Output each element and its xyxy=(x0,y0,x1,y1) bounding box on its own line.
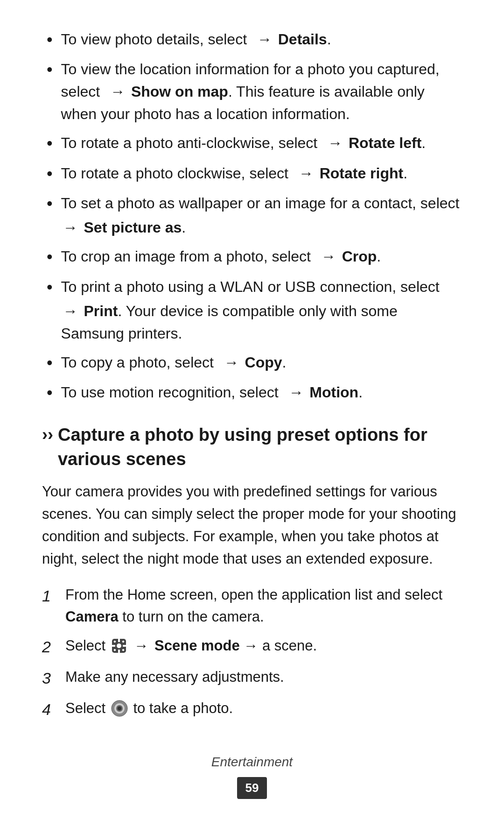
bullet-text: To use motion recognition, select → Moti… xyxy=(61,381,462,403)
bullet-text: To copy a photo, select → Copy. xyxy=(61,351,462,374)
bullet-text: To view photo details, select → Details. xyxy=(61,28,462,50)
list-item: • To crop an image from a photo, select … xyxy=(42,245,462,269)
step-1: 1 From the Home screen, open the applica… xyxy=(42,584,462,628)
list-item: • To use motion recognition, select → Mo… xyxy=(42,381,462,404)
bullet-dot: • xyxy=(47,162,53,185)
svg-rect-3 xyxy=(118,650,120,653)
numbered-steps: 1 From the Home screen, open the applica… xyxy=(42,584,462,721)
list-item: • To print a photo using a WLAN or USB c… xyxy=(42,276,462,345)
step-text: From the Home screen, open the applicati… xyxy=(65,584,462,628)
indent-arrow-print: → Print. Your device is compatible only … xyxy=(61,300,462,345)
bullet-dot: • xyxy=(47,351,53,375)
svg-rect-5 xyxy=(123,645,126,647)
shutter-icon xyxy=(111,700,128,717)
step-3: 3 Make any necessary adjustments. xyxy=(42,666,462,690)
arrow: → xyxy=(257,31,272,48)
step-2: 2 Select → Scene mode → a scene. xyxy=(42,635,462,659)
section-heading: ›› Capture a photo by using preset optio… xyxy=(42,423,462,471)
bullet-dot: • xyxy=(47,245,53,269)
arrow: → xyxy=(110,83,125,100)
bullet-text: To set a photo as wallpaper or an image … xyxy=(61,192,462,239)
rotate-right-label: Rotate right xyxy=(320,165,404,182)
step-number: 2 xyxy=(42,635,56,659)
svg-point-13 xyxy=(118,707,121,710)
camera-label: Camera xyxy=(65,608,119,625)
list-item: • To set a photo as wallpaper or an imag… xyxy=(42,192,462,239)
arrow: → xyxy=(63,219,78,236)
arrow: → xyxy=(224,354,239,371)
bullet-text: To print a photo using a WLAN or USB con… xyxy=(61,276,462,345)
arrow: → xyxy=(328,134,343,151)
step-text: Make any necessary adjustments. xyxy=(65,666,462,688)
section-title: Capture a photo by using preset options … xyxy=(58,423,462,471)
bullet-list: • To view photo details, select → Detail… xyxy=(42,28,462,404)
arrow: → xyxy=(299,165,314,182)
step-number: 4 xyxy=(42,698,56,721)
bullet-text: To rotate a photo anti-clockwise, select… xyxy=(61,132,462,154)
bullet-dot: • xyxy=(47,28,53,51)
footer-category: Entertainment xyxy=(0,752,504,772)
arrow: → xyxy=(321,248,336,265)
crop-label: Crop xyxy=(342,248,377,265)
list-item: • To view photo details, select → Detail… xyxy=(42,28,462,51)
motion-label: Motion xyxy=(309,384,358,401)
indent-arrow-set-picture: → Set picture as. xyxy=(61,216,462,239)
bullet-dot: • xyxy=(47,58,53,81)
step-number: 1 xyxy=(42,584,56,608)
svg-rect-4 xyxy=(112,645,115,647)
bullet-dot: • xyxy=(47,276,53,299)
step-text: Select → Scene mode → a scene. xyxy=(65,635,462,657)
svg-rect-2 xyxy=(118,639,120,642)
bullet-text: To crop an image from a photo, select → … xyxy=(61,245,462,268)
section-chevron: ›› xyxy=(42,423,53,446)
list-item: • To rotate a photo anti-clockwise, sele… xyxy=(42,132,462,155)
bullet-dot: • xyxy=(47,381,53,404)
step-number: 3 xyxy=(42,666,56,690)
svg-point-1 xyxy=(117,643,121,648)
gear-icon xyxy=(111,638,127,654)
bullet-dot: • xyxy=(47,132,53,155)
bullet-dot: • xyxy=(47,192,53,215)
bullet-text: To rotate a photo clockwise, select → Ro… xyxy=(61,162,462,184)
arrow: → xyxy=(134,637,148,654)
footer: Entertainment 59 xyxy=(0,752,504,799)
print-label: Print xyxy=(84,303,118,319)
step-4: 4 Select to take a photo. xyxy=(42,698,462,721)
rotate-left-label: Rotate left xyxy=(349,134,421,151)
list-item: • To rotate a photo clockwise, select → … xyxy=(42,162,462,185)
list-item: • To view the location information for a… xyxy=(42,58,462,125)
list-item: • To copy a photo, select → Copy. xyxy=(42,351,462,375)
copy-label: Copy xyxy=(245,354,282,371)
show-on-map-label: Show on map xyxy=(131,83,228,100)
body-paragraph: Your camera provides you with predefined… xyxy=(42,481,462,570)
footer-page-number: 59 xyxy=(237,777,267,799)
arrow: → xyxy=(288,384,303,401)
bullet-text: To view the location information for a p… xyxy=(61,58,462,125)
step-text: Select to take a photo. xyxy=(65,698,462,720)
scene-mode-label: Scene mode xyxy=(154,637,240,654)
set-picture-as-label: Set picture as xyxy=(84,219,182,236)
details-label: Details xyxy=(278,31,327,48)
arrow: → xyxy=(63,303,78,319)
